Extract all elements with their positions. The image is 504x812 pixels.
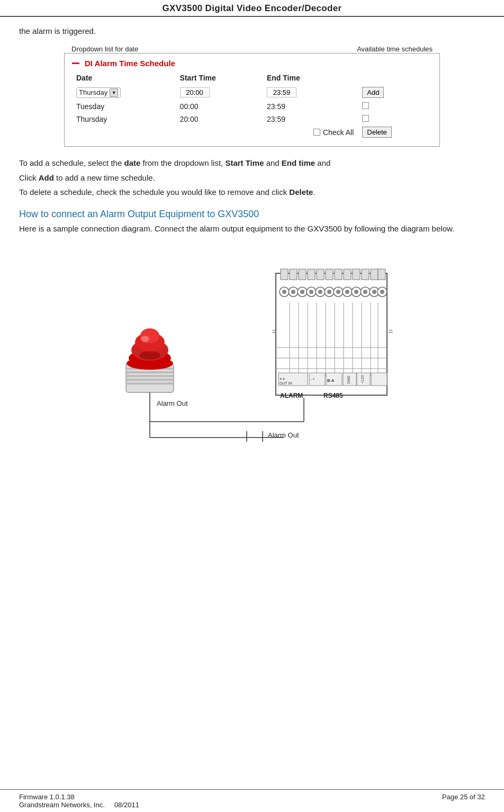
delete-button[interactable]: Delete (362, 127, 392, 138)
svg-text:B  A: B A (327, 378, 335, 383)
col-start-time: Start Time (176, 72, 263, 85)
svg-rect-5 (126, 382, 174, 385)
svg-point-60 (380, 290, 384, 294)
svg-text:Alarm Out: Alarm Out (157, 399, 188, 407)
schedule-table: Date Start Time End Time Thursday ▼ (72, 72, 432, 139)
check-all-checkbox[interactable] (313, 129, 320, 136)
svg-rect-34 (362, 269, 369, 280)
table-row: Thursday 20:00 23:59 (72, 113, 432, 126)
diagram-area: Alarm Out - + Alarm Out (19, 242, 485, 443)
svg-rect-36 (378, 269, 385, 280)
firmware-label: Firmware 1.0.1.38 (19, 793, 139, 801)
svg-text:+   +: + + (280, 377, 285, 381)
svg-rect-2 (126, 371, 174, 373)
svg-rect-28 (308, 269, 315, 280)
diagram-svg: Alarm Out - + Alarm Out (98, 242, 406, 443)
company-label: Grandstream Networks, Inc. 08/2011 (19, 801, 139, 809)
svg-text:RS485: RS485 (323, 392, 343, 399)
svg-point-40 (291, 290, 295, 294)
svg-text:=: = (389, 327, 393, 336)
desc-line1: To add a schedule, select the date from … (19, 156, 485, 170)
desc-line2: Click Add to add a new time schedule. (19, 171, 485, 185)
page-content: the alarm is triggered. Dropdown list fo… (0, 17, 504, 485)
annotation-row: Dropdown list for date Available time sc… (64, 45, 440, 53)
footer-left: Firmware 1.0.1.38 Grandstream Networks, … (19, 793, 139, 809)
row1-start: 00:00 (176, 100, 263, 113)
svg-point-54 (354, 290, 358, 294)
svg-point-52 (345, 290, 349, 294)
page-header: GXV3500 Digital Video Encoder/Decoder (0, 0, 504, 17)
svg-rect-80 (371, 373, 387, 386)
row2-checkbox[interactable] (362, 115, 369, 122)
svg-text:OUT  IN: OUT IN (280, 381, 292, 385)
row2-start: 20:00 (176, 113, 263, 126)
svg-point-38 (282, 290, 286, 294)
input-row: Thursday ▼ Add (72, 85, 432, 100)
end-time-input[interactable] (267, 87, 296, 97)
svg-point-58 (372, 290, 376, 294)
check-all-row: Check All Delete (72, 126, 432, 139)
svg-text:=: = (272, 327, 276, 336)
svg-text:ALARM: ALARM (280, 392, 303, 399)
row2-end: 23:59 (263, 113, 358, 126)
start-time-input[interactable] (180, 87, 210, 97)
add-button[interactable]: Add (362, 87, 384, 98)
svg-text:+12V: +12V (361, 374, 364, 383)
page-number: Page 25 of 32 (442, 793, 485, 809)
svg-point-48 (327, 290, 331, 294)
schedule-title: DI Alarm Time Schedule (85, 59, 175, 68)
svg-point-42 (300, 290, 304, 294)
annotation-right: Available time schedules (357, 45, 433, 53)
svg-rect-26 (290, 269, 297, 280)
col-date: Date (72, 72, 176, 85)
row1-end: 23:59 (263, 100, 358, 113)
col-end-time: End Time (263, 72, 358, 85)
section-heading: How to connect an Alarm Output Equipment… (19, 209, 485, 220)
date-dropdown[interactable]: Thursday ▼ (76, 87, 121, 98)
minus-icon (72, 63, 79, 64)
svg-rect-30 (326, 269, 333, 280)
section-desc: Here is a sample connection diagram. Con… (19, 224, 485, 233)
row1-date: Tuesday (72, 100, 176, 113)
svg-point-56 (363, 290, 367, 294)
row1-checkbox[interactable] (362, 102, 369, 109)
header-title: GXV3500 Digital Video Encoder/Decoder (162, 3, 341, 13)
svg-rect-31 (335, 269, 342, 280)
svg-point-50 (336, 290, 340, 294)
svg-rect-3 (126, 375, 174, 377)
schedule-box: DI Alarm Time Schedule Date Start Time E… (64, 53, 440, 147)
row2-date: Thursday (72, 113, 176, 126)
dropdown-arrow-icon[interactable]: ▼ (110, 88, 118, 97)
svg-rect-4 (126, 379, 174, 381)
intro-text: the alarm is triggered. (19, 26, 485, 35)
svg-text:GND: GND (347, 376, 350, 384)
svg-rect-35 (371, 269, 378, 280)
svg-text:-  +: - + (310, 377, 314, 381)
svg-point-12 (139, 351, 160, 360)
check-all-cell: Check All (267, 128, 354, 137)
annotation-left: Dropdown list for date (71, 45, 138, 53)
svg-rect-25 (281, 269, 288, 280)
schedule-title-row: DI Alarm Time Schedule (72, 59, 432, 68)
svg-point-11 (141, 336, 149, 342)
date-dropdown-value: Thursday (79, 88, 107, 96)
svg-text:Alarm Out: Alarm Out (268, 431, 299, 439)
svg-rect-33 (353, 269, 360, 280)
desc-block: To add a schedule, select the date from … (19, 156, 485, 199)
svg-point-46 (318, 290, 322, 294)
check-all-label: Check All (323, 128, 354, 137)
svg-point-44 (309, 290, 313, 294)
svg-rect-27 (299, 269, 306, 280)
table-row: Tuesday 00:00 23:59 (72, 100, 432, 113)
page-footer: Firmware 1.0.1.38 Grandstream Networks, … (0, 789, 504, 812)
svg-rect-32 (344, 269, 351, 280)
desc-line3: To delete a schedule, check the schedule… (19, 185, 485, 199)
svg-rect-29 (317, 269, 324, 280)
